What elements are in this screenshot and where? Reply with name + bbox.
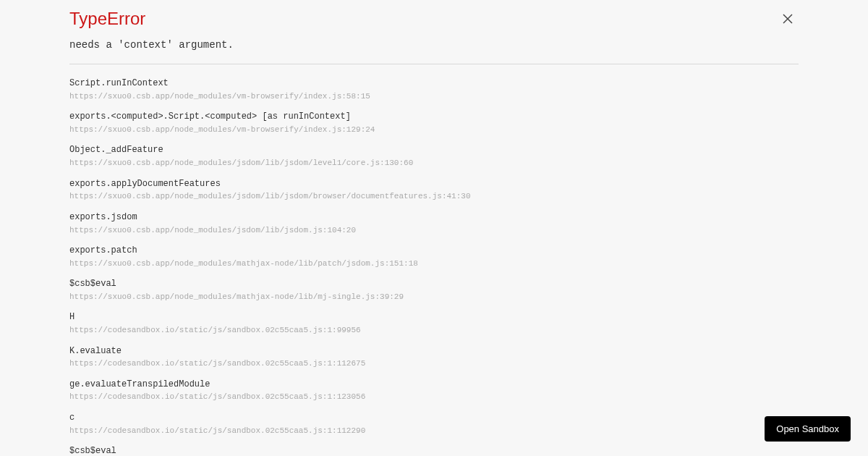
close-icon[interactable] xyxy=(783,13,793,26)
error-message: needs a 'context' argument. xyxy=(69,39,799,51)
stack-frame[interactable]: exports.jsdomhttps://sxuo0.csb.app/node_… xyxy=(69,211,799,236)
frame-function: K.evaluate xyxy=(69,345,799,358)
stack-frame[interactable]: $csb$eval xyxy=(69,445,799,456)
frame-function: ge.evaluateTranspiledModule xyxy=(69,379,799,391)
frame-location: https://sxuo0.csb.app/node_modules/vm-br… xyxy=(69,124,799,135)
stack-frame[interactable]: chttps://codesandbox.io/static/js/sandbo… xyxy=(69,412,799,436)
frame-location: https://sxuo0.csb.app/node_modules/jsdom… xyxy=(69,158,799,169)
stack-frame[interactable]: Script.runInContexthttps://sxuo0.csb.app… xyxy=(69,77,799,102)
divider xyxy=(69,64,799,64)
frame-function: exports.patch xyxy=(69,245,799,257)
stack-frame[interactable]: exports.<computed>.Script.<computed> [as… xyxy=(69,111,799,135)
frame-function: $csb$eval xyxy=(69,278,799,290)
frame-function: H xyxy=(69,311,799,324)
frame-function: $csb$eval xyxy=(69,445,799,456)
frame-location: https://codesandbox.io/static/js/sandbox… xyxy=(69,325,799,336)
stack-frame[interactable]: ge.evaluateTranspiledModulehttps://codes… xyxy=(69,379,799,403)
frame-function: exports.applyDocumentFeatures xyxy=(69,178,799,190)
stack-frame[interactable]: exports.patchhttps://sxuo0.csb.app/node_… xyxy=(69,245,799,269)
frame-location: https://sxuo0.csb.app/node_modules/vm-br… xyxy=(69,91,799,102)
frame-location: https://codesandbox.io/static/js/sandbox… xyxy=(69,358,799,369)
stack-frame[interactable]: K.evaluatehttps://codesandbox.io/static/… xyxy=(69,345,799,370)
stack-trace: Script.runInContexthttps://sxuo0.csb.app… xyxy=(69,77,799,456)
frame-function: exports.jsdom xyxy=(69,211,799,224)
stack-frame[interactable]: Hhttps://codesandbox.io/static/js/sandbo… xyxy=(69,311,799,336)
frame-location: https://sxuo0.csb.app/node_modules/jsdom… xyxy=(69,191,799,202)
frame-location: https://codesandbox.io/static/js/sandbox… xyxy=(69,392,799,402)
stack-frame[interactable]: $csb$evalhttps://sxuo0.csb.app/node_modu… xyxy=(69,278,799,303)
frame-function: c xyxy=(69,412,799,424)
frame-function: Script.runInContext xyxy=(69,77,799,90)
frame-location: https://sxuo0.csb.app/node_modules/mathj… xyxy=(69,258,799,269)
open-sandbox-button[interactable]: Open Sandbox xyxy=(765,416,851,442)
frame-function: Object._addFeature xyxy=(69,144,799,156)
stack-frame[interactable]: exports.applyDocumentFeatureshttps://sxu… xyxy=(69,178,799,203)
frame-location: https://codesandbox.io/static/js/sandbox… xyxy=(69,426,799,436)
frame-function: exports.<computed>.Script.<computed> [as… xyxy=(69,111,799,123)
frame-location: https://sxuo0.csb.app/node_modules/jsdom… xyxy=(69,225,799,236)
error-overlay: TypeError needs a 'context' argument. Sc… xyxy=(0,0,868,456)
error-title: TypeError xyxy=(69,9,799,29)
stack-frame[interactable]: Object._addFeaturehttps://sxuo0.csb.app/… xyxy=(69,144,799,169)
frame-location: https://sxuo0.csb.app/node_modules/mathj… xyxy=(69,292,799,303)
